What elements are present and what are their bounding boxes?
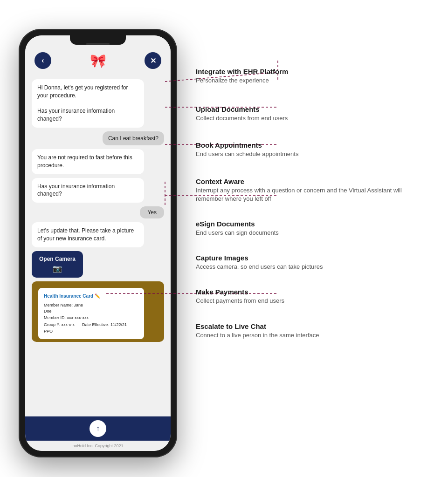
feature-payments-title: Make Payments <box>196 288 420 296</box>
close-button[interactable]: ✕ <box>145 52 161 69</box>
chat-message-3: You are not required to fast before this… <box>32 149 144 174</box>
feature-payments-desc: Collect payments from end users <box>196 297 420 305</box>
feature-upload-desc: Collect documents from end users <box>196 114 420 123</box>
feature-ehr-title: Integrate with EHR Platform <box>196 68 420 75</box>
phone-bottom-bar: ↑ <box>25 416 171 441</box>
phone-notch <box>70 34 126 45</box>
feature-context-title: Context Aware <box>196 177 420 185</box>
feature-capture: Capture Images Access camera, so end use… <box>196 249 420 276</box>
page-wrapper: ‹ 🎀 ✕ Hi Donna, let's get you registered… <box>0 0 448 477</box>
feature-upload-title: Upload Documents <box>196 105 420 113</box>
camera-icon: 📷 <box>53 264 62 273</box>
open-camera-button[interactable]: Open Camera 📷 <box>32 251 83 278</box>
feature-live-title: Escalate to Live Chat <box>196 322 420 330</box>
chat-message-4: Has your insurance information changed? <box>32 178 144 203</box>
feature-capture-title: Capture Images <box>196 254 420 262</box>
member-name: Member Name: JaneDoe <box>44 302 138 315</box>
feature-book-title: Book Appointments <box>196 142 420 150</box>
member-id: Member ID: xxx-xxx-xxx <box>44 315 138 321</box>
feature-capture-desc: Access camera, so end users can take pic… <box>196 263 420 271</box>
chat-message-5: Yes <box>140 206 164 218</box>
feature-context: Context Aware Interrupt any process with… <box>196 173 420 208</box>
insurance-card: Health Insurance Card ✏️ Member Name: Ja… <box>38 288 144 340</box>
chat-message-6: Let's update that. Please take a picture… <box>32 222 144 247</box>
phone-speaker <box>86 43 110 45</box>
feature-esign-desc: End users can sign documents <box>196 229 420 237</box>
insurance-card-area: Health Insurance Card ✏️ Member Name: Ja… <box>32 281 164 342</box>
bowtie-logo: 🎀 <box>90 53 106 68</box>
chat-message-2: Can I eat breakfast? <box>103 131 164 145</box>
feature-context-desc: Interrupt any process with a question or… <box>196 186 420 203</box>
phone-device: ‹ 🎀 ✕ Hi Donna, let's get you registered… <box>19 29 177 457</box>
feature-ehr: Integrate with EHR Platform Personalize … <box>196 68 420 89</box>
feature-ehr-desc: Personalize the experience <box>196 76 420 85</box>
insurance-card-title: Health Insurance Card ✏️ <box>44 293 138 300</box>
feature-upload: Upload Documents Collect documents from … <box>196 101 420 127</box>
feature-book-desc: End users can schedule appointments <box>196 150 420 159</box>
features-panel: Integrate with EHR Platform Personalize … <box>196 133 420 344</box>
feature-live: Escalate to Live Chat Connect to a live … <box>196 318 420 344</box>
chat-message-1: Hi Donna, let's get you registered for y… <box>32 79 144 128</box>
phone-footer: noHold Inc. Copyright 2021 <box>25 441 171 451</box>
feature-live-desc: Connect to a live person in the same int… <box>196 331 420 340</box>
feature-book: Book Appointments End users can schedule… <box>196 137 420 164</box>
group-date: Group #: xxx-x-xPPO Date Effective: 11/2… <box>44 322 138 334</box>
phone-screen: ‹ 🎀 ✕ Hi Donna, let's get you registered… <box>25 35 171 451</box>
chat-area: Hi Donna, let's get you registered for y… <box>25 75 171 416</box>
feature-esign-title: eSign Documents <box>196 220 420 228</box>
send-button[interactable]: ↑ <box>90 420 106 437</box>
feature-esign: eSign Documents End users can sign docum… <box>196 215 420 242</box>
back-button[interactable]: ‹ <box>34 52 51 69</box>
feature-payments: Make Payments Collect payments from end … <box>196 283 420 310</box>
open-camera-label: Open Camera <box>39 256 76 262</box>
